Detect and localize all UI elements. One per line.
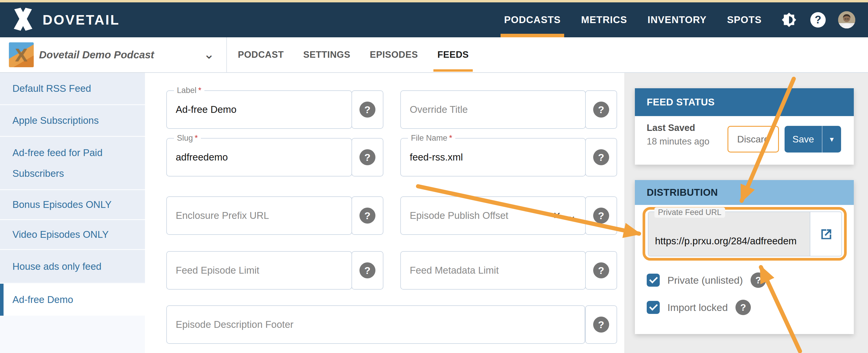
slug-field-value: adfreedemo [176, 139, 228, 176]
podcast-tabs: PODCAST SETTINGS EPISODES FEEDS [238, 37, 469, 72]
private-feed-url-label: Private Feed URL [654, 207, 725, 218]
episode-publish-offset-help-icon[interactable]: ? [593, 208, 609, 224]
podcast-title: Dovetail Demo Podcast [39, 37, 154, 72]
avatar[interactable] [838, 2, 855, 37]
feed-metadata-limit-field[interactable]: Feed Metadata Limit [400, 251, 586, 290]
private-feed-url-field[interactable]: Private Feed URL https://p.prxu.org/284/… [648, 211, 842, 257]
file-name-field-value: feed-rss.xml [410, 139, 463, 176]
last-saved-label: Last Saved [647, 123, 709, 133]
enclosure-prefix-url-label: Enclosure Prefix URL [176, 197, 269, 234]
private-feed-url-value: https://p.prxu.org/284/adfreedem [655, 219, 804, 263]
slug-help-icon[interactable]: ? [360, 149, 375, 165]
help-glyph: ? [815, 13, 821, 26]
header-divider [226, 37, 227, 72]
feed-status-header: FEED STATUS [635, 88, 854, 116]
import-locked-label: Import locked [668, 302, 728, 313]
help-icon[interactable]: ? [810, 2, 826, 37]
feed-status-card: FEED STATUS Last Saved 18 minutes ago Di… [635, 88, 854, 165]
right-rail: FEED STATUS Last Saved 18 minutes ago Di… [624, 73, 868, 353]
label-field-value: Ad-free Demo [176, 91, 237, 128]
nav-item-inventory[interactable]: INVENTORY [644, 2, 710, 37]
import-locked-help-icon[interactable]: ? [736, 300, 751, 315]
chevron-down-icon[interactable]: ⌄ [204, 37, 215, 70]
annotation-highlight-box: Private Feed URL https://p.prxu.org/284/… [643, 207, 847, 261]
save-split-button: Save ▾ [784, 126, 841, 152]
private-unlisted-help-icon[interactable]: ? [750, 272, 766, 288]
save-dropdown-caret[interactable]: ▾ [823, 126, 841, 152]
episode-description-footer-field[interactable]: Episode Description Footer [166, 305, 585, 344]
feed-metadata-limit-label: Feed Metadata Limit [410, 252, 499, 289]
tab-settings[interactable]: SETTINGS [303, 37, 350, 72]
file-name-helpbox: ? [585, 138, 617, 177]
override-title-label: Override Title [410, 91, 468, 128]
feed-form: Label* Ad-free Demo ? Override Title ? S… [145, 73, 624, 353]
discard-button[interactable]: Discard [727, 126, 779, 152]
override-title-help-icon[interactable]: ? [593, 101, 609, 118]
top-navbar: DOVETAIL PODCASTS METRICS INVENTORY SPOT… [0, 2, 868, 37]
episode-description-footer-label: Episode Description Footer [176, 306, 293, 343]
file-name-help-icon[interactable]: ? [593, 149, 609, 165]
label-help-icon[interactable]: ? [360, 101, 375, 118]
page: DOVETAIL PODCASTS METRICS INVENTORY SPOT… [0, 0, 868, 353]
sidebar-item-bonus-episodes-only[interactable]: Bonus Episodes ONLY [0, 190, 145, 220]
external-link-icon[interactable] [819, 227, 834, 242]
window-top-strip [0, 0, 868, 2]
nav-item-podcasts[interactable]: PODCASTS [501, 2, 564, 37]
distribution-header: DISTRIBUTION [635, 180, 854, 205]
private-unlisted-checkbox[interactable] [647, 274, 660, 287]
feed-episode-limit-helpbox: ? [351, 251, 383, 290]
podcast-selector[interactable]: X Dovetail Demo Podcast ⌄ [0, 37, 226, 72]
private-unlisted-label: Private (unlisted) [668, 274, 743, 286]
nav-item-metrics[interactable]: METRICS [578, 2, 631, 37]
main-nav: PODCASTS METRICS INVENTORY SPOTS [501, 2, 765, 37]
sidebar-item-default-rss-feed[interactable]: Default RSS Feed [0, 73, 145, 105]
slug-helpbox: ? [351, 138, 383, 177]
import-locked-row: Import locked ? [647, 299, 751, 316]
clear-icon[interactable]: ✕ [553, 197, 561, 234]
sidebar-item-apple-subscriptions[interactable]: Apple Subscriptions [0, 105, 145, 137]
tab-podcast[interactable]: PODCAST [238, 37, 284, 72]
sidebar-item-adfree-paid-subscribers[interactable]: Ad-free feed for Paid Subscribers [0, 137, 145, 190]
enclosure-prefix-url-field[interactable]: Enclosure Prefix URL [166, 196, 352, 235]
tab-feeds[interactable]: FEEDS [438, 37, 469, 72]
chevron-down-icon[interactable]: ⌄ [567, 197, 576, 234]
podcast-header-bar: X Dovetail Demo Podcast ⌄ PODCAST SETTIN… [0, 37, 868, 73]
feed-metadata-limit-help-icon[interactable]: ? [593, 262, 609, 278]
slug-field[interactable]: Slug* adfreedemo [166, 138, 352, 177]
feed-metadata-limit-helpbox: ? [585, 251, 617, 290]
private-unlisted-row: Private (unlisted) ? [647, 272, 766, 289]
feeds-sidebar: Default RSS Feed Apple Subscriptions Ad-… [0, 73, 145, 353]
file-name-field[interactable]: File Name* feed-rss.xml [400, 138, 586, 177]
sidebar-item-house-ads-only-feed[interactable]: House ads only feed [0, 250, 145, 284]
label-helpbox: ? [351, 90, 383, 129]
feed-episode-limit-field[interactable]: Feed Episode Limit [166, 251, 352, 290]
label-field[interactable]: Label* Ad-free Demo [166, 90, 352, 129]
episode-description-footer-help-icon[interactable]: ? [593, 317, 609, 332]
last-saved: Last Saved 18 minutes ago [647, 123, 709, 147]
logo-text: DOVETAIL [42, 12, 120, 28]
enclosure-prefix-url-helpbox: ? [351, 196, 383, 235]
sidebar-item-video-episodes-only[interactable]: Video Episodes ONLY [0, 220, 145, 250]
podcast-artwork: X [9, 42, 34, 67]
dovetail-logo-icon [12, 7, 34, 33]
dovetail-logo[interactable]: DOVETAIL [12, 2, 120, 37]
enclosure-prefix-url-help-icon[interactable]: ? [360, 208, 375, 224]
sidebar-item-adfree-demo[interactable]: Ad-free Demo [0, 284, 145, 316]
theme-toggle-icon[interactable] [780, 2, 798, 37]
episode-publish-offset-label: Episode Publish Offset [410, 197, 508, 234]
episode-publish-offset-helpbox: ? [585, 196, 617, 235]
tab-episodes[interactable]: EPISODES [370, 37, 418, 72]
nav-item-spots[interactable]: SPOTS [724, 2, 765, 37]
save-button[interactable]: Save [784, 126, 823, 152]
episode-description-footer-helpbox: ? [585, 305, 617, 344]
override-title-helpbox: ? [585, 90, 617, 129]
feed-episode-limit-label: Feed Episode Limit [176, 252, 259, 289]
episode-publish-offset-field[interactable]: Episode Publish Offset ✕ ⌄ [400, 196, 586, 235]
distribution-card: DISTRIBUTION Private Feed URL https://p.… [635, 180, 854, 334]
last-saved-value: 18 minutes ago [647, 136, 709, 147]
override-title-field[interactable]: Override Title [400, 90, 586, 129]
private-feed-url-input[interactable]: Private Feed URL https://p.prxu.org/284/… [649, 212, 810, 256]
import-locked-checkbox[interactable] [647, 301, 660, 314]
feed-episode-limit-help-icon[interactable]: ? [360, 262, 375, 278]
